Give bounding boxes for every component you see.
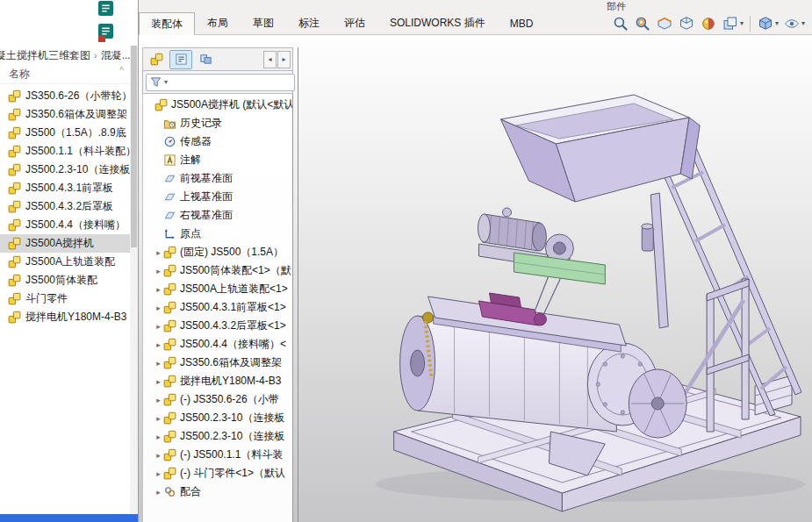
expand-arrow-icon[interactable]: ▸ xyxy=(154,285,163,294)
tree-tabs: ◂ ▸ xyxy=(142,47,293,71)
expand-arrow-icon[interactable]: ▸ xyxy=(154,267,163,275)
display-settings-button[interactable]: ▾ xyxy=(720,13,745,34)
hide-show-icon xyxy=(783,15,801,32)
file-item[interactable]: JS500.1.1（料斗装配） xyxy=(0,142,138,161)
tree-item[interactable]: ▸JS500.4.3.1前罩板<1> xyxy=(143,298,292,317)
command-tab[interactable]: SOLIDWORKS 插件 xyxy=(377,12,498,34)
filter-funnel-icon[interactable] xyxy=(149,75,162,89)
breadcrumb[interactable]: 凝土搅拌机三维套图 › 混凝... xyxy=(0,46,138,65)
dropdown-caret-icon[interactable]: ▾ xyxy=(740,19,744,27)
tree-item[interactable]: ▸(-) JS500.1.1（料斗装 xyxy=(143,446,292,464)
tree-filter-box[interactable]: ▾ xyxy=(146,74,295,91)
breadcrumb-current[interactable]: 混凝... xyxy=(101,48,131,63)
tree-item[interactable]: ▸JS500A上轨道装配<1> xyxy=(143,280,292,298)
file-item[interactable]: JS500A上轨道装配 xyxy=(0,253,138,271)
file-item[interactable]: 搅拌电机Y180M-4-B3 xyxy=(0,308,138,326)
command-tab[interactable]: 标注 xyxy=(286,12,332,34)
configurationmanager-tab-button[interactable] xyxy=(194,50,217,69)
tree-item[interactable]: 前视基准面 xyxy=(143,169,292,188)
file-item-label: JS350.6-26（小带轮） xyxy=(25,89,132,104)
component-icon xyxy=(163,411,176,425)
sensors-icon xyxy=(163,135,176,148)
expand-arrow-icon[interactable]: ▸ xyxy=(154,488,163,497)
hide-show-button[interactable]: ▾ xyxy=(781,13,807,34)
expand-arrow-icon[interactable]: ▸ xyxy=(154,396,163,404)
tree-item[interactable]: ▸(-) JS350.6-26（小带 xyxy=(143,390,292,409)
file-item[interactable]: JS500（1.5A）.8.9底 xyxy=(0,124,138,142)
file-item[interactable]: 斗门零件 xyxy=(0,290,138,308)
zoom-area-button[interactable] xyxy=(632,13,653,34)
viewer-app-icon[interactable] xyxy=(98,1,113,16)
expand-arrow-icon[interactable]: ▸ xyxy=(154,359,163,368)
dropdown-caret-icon[interactable]: ▾ xyxy=(801,19,805,27)
command-tab[interactable]: 草图 xyxy=(241,12,286,34)
assembly-icon xyxy=(8,292,21,305)
file-item[interactable]: JS500.4.3.2后罩板 xyxy=(0,197,138,216)
assembly-icon xyxy=(8,126,21,139)
file-item[interactable]: JS500.4.3.1前罩板 xyxy=(0,179,138,197)
file-item[interactable]: JS350.6箱体及调整架 xyxy=(0,105,138,124)
dropdown-caret-icon[interactable]: ▾ xyxy=(775,19,779,27)
tree-item[interactable]: ▸JS500.2.3-10（连接板 xyxy=(143,427,292,446)
section-view-button[interactable] xyxy=(654,13,675,34)
edit-appearance-button[interactable] xyxy=(698,13,719,34)
tree-scroll-right-button[interactable]: ▸ xyxy=(277,51,291,68)
expand-arrow-icon[interactable]: ▸ xyxy=(154,433,163,441)
expand-arrow-icon[interactable]: ▸ xyxy=(154,322,163,331)
tree-item[interactable]: JS500A搅拌机 (默认<默认 xyxy=(143,96,292,114)
expand-arrow-icon[interactable]: ▸ xyxy=(154,451,163,460)
assembly-icon xyxy=(8,163,21,176)
expand-arrow-icon[interactable]: ▸ xyxy=(154,340,163,349)
sort-ascending-icon[interactable]: ^ xyxy=(119,66,124,75)
heads-up-toolbar: ▾▾▾ xyxy=(610,12,812,34)
graphics-viewport[interactable]: ◂ ▸ ▾ JS500A搅拌机 (默认<默认历史记录传感器注解前视基准面上视基准… xyxy=(139,35,812,522)
propertymanager-tab-button[interactable] xyxy=(169,50,192,69)
tree-scroll-left-button[interactable]: ◂ xyxy=(263,51,277,68)
tree-item[interactable]: 原点 xyxy=(143,225,292,243)
scrollbar-thumb[interactable] xyxy=(131,46,137,247)
display-style-button[interactable]: ▾ xyxy=(755,13,780,34)
command-tab[interactable]: 评估 xyxy=(332,12,377,34)
filter-dropdown-caret-icon[interactable]: ▾ xyxy=(164,78,168,86)
tree-item[interactable]: 传感器 xyxy=(143,132,292,151)
tree-filter-input[interactable] xyxy=(169,75,294,89)
tree-item[interactable]: 右视基准面 xyxy=(143,206,292,225)
tree-item[interactable]: ▸(-) 斗门零件<1>（默认 xyxy=(143,464,292,483)
column-header-name[interactable]: 名称 xyxy=(9,67,30,82)
command-bar: 装配体布局草图标注评估SOLIDWORKS 插件MBD ▾▾▾ xyxy=(139,12,812,35)
command-tab[interactable]: MBD xyxy=(498,12,546,34)
command-tab[interactable]: 装配体 xyxy=(139,12,195,35)
tree-item[interactable]: ▸JS500.2.3-10（连接板 xyxy=(143,409,292,427)
expand-arrow-icon[interactable]: ▸ xyxy=(154,414,163,423)
tree-item[interactable]: 历史记录 xyxy=(143,114,292,132)
expand-arrow-icon[interactable]: ▸ xyxy=(154,377,163,386)
screen: 凝土搅拌机三维套图 › 混凝... 名称 ^ JS350.6-26（小带轮）JS… xyxy=(0,0,812,522)
view-orientation-icon xyxy=(678,15,695,32)
tree-item[interactable]: ▸(固定) JS500（1.5A） xyxy=(143,243,292,261)
breadcrumb-folder[interactable]: 凝土搅拌机三维套图 xyxy=(0,48,90,63)
file-item[interactable]: JS500A搅拌机 xyxy=(0,234,138,253)
view-orientation-button[interactable] xyxy=(676,13,697,34)
zoom-fit-button[interactable] xyxy=(610,13,631,34)
component-icon xyxy=(163,282,176,296)
file-item[interactable]: JS350.6-26（小带轮） xyxy=(0,87,138,105)
tree-item[interactable]: ▸JS350.6箱体及调整架 xyxy=(143,354,292,372)
expand-arrow-icon[interactable]: ▸ xyxy=(154,469,163,478)
tree-item[interactable]: ▸搅拌电机Y180M-4-B3 xyxy=(143,372,292,390)
expand-arrow-icon[interactable]: ▸ xyxy=(154,304,163,312)
file-item[interactable]: JS500.2.3-10（连接板） xyxy=(0,161,138,179)
file-item[interactable]: JS500.4.4（接料嘴） xyxy=(0,216,138,234)
file-panel-scrollbar[interactable] xyxy=(130,46,138,514)
tree-item[interactable]: ▸JS500.4.3.2后罩板<1> xyxy=(143,317,292,335)
expand-arrow-icon[interactable]: ▸ xyxy=(154,248,163,257)
file-item[interactable]: JS500筒体装配 xyxy=(0,271,138,290)
component-icon xyxy=(163,319,176,333)
tree-item[interactable]: 注解 xyxy=(143,151,292,169)
tree-item[interactable]: ▸JS500.4.4（接料嘴）< xyxy=(143,335,292,354)
assembly-icon xyxy=(8,218,21,232)
tree-item[interactable]: ▸JS500筒体装配<1>（默 xyxy=(143,261,292,280)
tree-item[interactable]: ▸配合 xyxy=(143,483,292,501)
featuremanager-tab-button[interactable] xyxy=(145,50,168,69)
tree-item[interactable]: 上视基准面 xyxy=(143,188,292,206)
command-tab[interactable]: 布局 xyxy=(195,12,241,34)
